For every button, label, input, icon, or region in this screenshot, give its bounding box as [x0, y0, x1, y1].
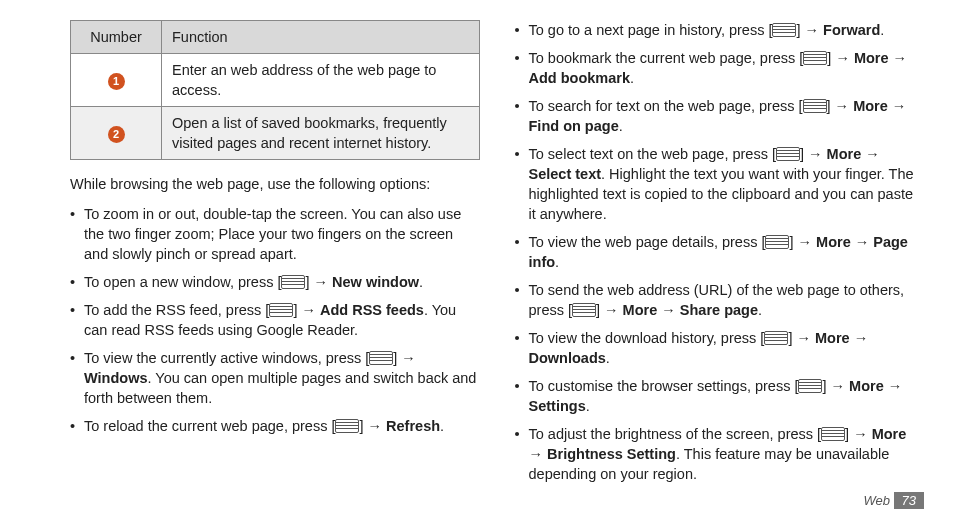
page-footer: Web 73 [0, 492, 954, 509]
list-item: To go to a next page in history, press [… [515, 20, 925, 40]
list-item: To bookmark the current web page, press … [515, 48, 925, 88]
footer-page-number: 73 [894, 492, 924, 509]
bold-action: Downloads [529, 350, 606, 366]
intro-text: While browsing the web page, use the fol… [70, 174, 480, 194]
menu-icon [776, 147, 800, 161]
bold-action: More [815, 330, 850, 346]
th-function: Function [162, 21, 480, 54]
bold-action: More [872, 426, 907, 442]
footer-section: Web [863, 493, 890, 508]
menu-icon [765, 235, 789, 249]
list-item: To reload the current web page, press []… [70, 416, 480, 436]
table-row: 2 Open a list of saved bookmarks, freque… [71, 107, 480, 160]
left-column: Number Function 1 Enter an web address o… [70, 20, 480, 488]
bold-action: Add bookmark [529, 70, 631, 86]
bold-action: Find on page [529, 118, 619, 134]
menu-icon [803, 51, 827, 65]
list-item: To search for text on the web page, pres… [515, 96, 925, 136]
bold-action: More [623, 302, 658, 318]
menu-icon [803, 99, 827, 113]
bold-action: More [849, 378, 884, 394]
bold-action: Page info [529, 234, 908, 270]
bold-action: More [853, 98, 888, 114]
list-item: To adjust the brightness of the screen, … [515, 424, 925, 484]
bold-action: Refresh [386, 418, 440, 434]
number-circle-icon: 2 [108, 126, 125, 143]
table-row: 1 Enter an web address of the web page t… [71, 54, 480, 107]
function-cell: Open a list of saved bookmarks, frequent… [162, 107, 480, 160]
right-bullet-list: To go to a next page in history, press [… [515, 20, 925, 484]
bold-action: Brightness Setting [547, 446, 676, 462]
th-number: Number [71, 21, 162, 54]
left-bullet-list: To zoom in or out, double-tap the screen… [70, 204, 480, 436]
right-column: To go to a next page in history, press [… [515, 20, 925, 488]
menu-icon [369, 351, 393, 365]
menu-icon [764, 331, 788, 345]
bold-action: More [854, 50, 889, 66]
menu-icon [772, 23, 796, 37]
menu-icon [572, 303, 596, 317]
bold-action: Forward [823, 22, 880, 38]
bold-action: More [816, 234, 851, 250]
list-item: To send the web address (URL) of the web… [515, 280, 925, 320]
list-item: To zoom in or out, double-tap the screen… [70, 204, 480, 264]
list-item: To select text on the web page, press []… [515, 144, 925, 224]
bold-action: New window [332, 274, 419, 290]
bold-action: Settings [529, 398, 586, 414]
menu-icon [269, 303, 293, 317]
function-cell: Enter an web address of the web page to … [162, 54, 480, 107]
list-item: To view the currently active windows, pr… [70, 348, 480, 408]
function-table: Number Function 1 Enter an web address o… [70, 20, 480, 160]
table-header-row: Number Function [71, 21, 480, 54]
bold-action: Windows [84, 370, 148, 386]
bold-action: More [827, 146, 862, 162]
list-item: To customise the browser settings, press… [515, 376, 925, 416]
number-circle-icon: 1 [108, 73, 125, 90]
menu-icon [821, 427, 845, 441]
bold-action: Add RSS feeds [320, 302, 424, 318]
list-item: To view the download history, press [] →… [515, 328, 925, 368]
bold-action: Select text [529, 166, 602, 182]
menu-icon [335, 419, 359, 433]
menu-icon [281, 275, 305, 289]
list-item: To view the web page details, press [] →… [515, 232, 925, 272]
list-item: To add the RSS feed, press [] → Add RSS … [70, 300, 480, 340]
list-item: To open a new window, press [] → New win… [70, 272, 480, 292]
bold-action: Share page [680, 302, 758, 318]
menu-icon [798, 379, 822, 393]
